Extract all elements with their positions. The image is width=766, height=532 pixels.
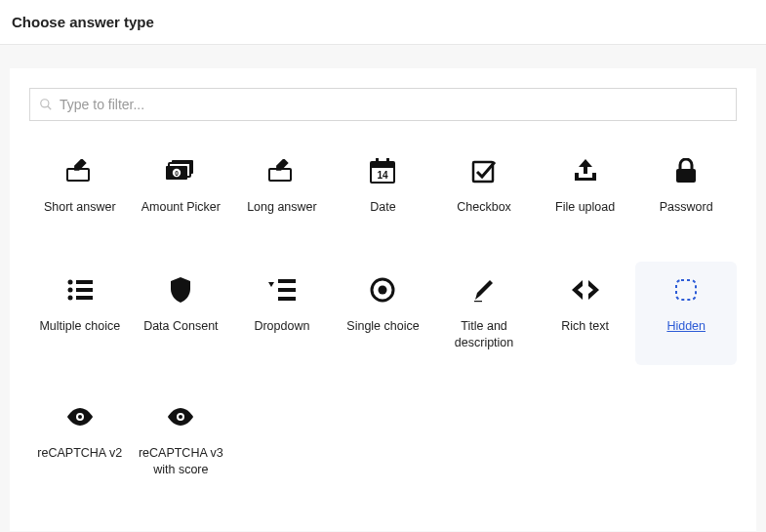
answer-type-title-desc[interactable]: Title and description: [433, 262, 535, 365]
svg-rect-17: [76, 280, 93, 284]
svg-rect-28: [676, 280, 696, 300]
eye-icon: [164, 400, 197, 433]
svg-rect-27: [474, 301, 482, 302]
svg-point-0: [41, 100, 49, 107]
answer-type-label: Rich text: [561, 318, 609, 335]
svg-point-26: [379, 286, 387, 295]
pen-icon: [467, 273, 501, 307]
filter-wrapper: [29, 88, 737, 121]
code-angle-icon: [569, 273, 602, 307]
svg-rect-11: [376, 158, 379, 164]
answer-type-single-choice[interactable]: Single choice: [333, 262, 434, 365]
answer-type-label: Data Consent: [143, 318, 218, 335]
answer-type-recaptcha-v2[interactable]: reCAPTCHA v2: [29, 389, 131, 492]
answer-type-label: Single choice: [346, 318, 419, 335]
svg-rect-8: [269, 169, 291, 181]
upload-icon: [569, 154, 602, 187]
dropdown-list-icon: [265, 273, 299, 307]
svg-rect-22: [278, 279, 296, 283]
svg-point-18: [67, 288, 72, 293]
svg-rect-10: [371, 162, 394, 168]
answer-type-label: Date: [370, 199, 395, 216]
answer-type-label: Amount Picker: [141, 199, 221, 216]
answer-type-long-answer[interactable]: Long answer: [231, 143, 333, 238]
svg-point-30: [78, 415, 82, 419]
eye-icon: [63, 400, 97, 433]
answer-type-label: Long answer: [247, 199, 317, 216]
answer-type-label: reCAPTCHA v3 with score: [137, 445, 226, 478]
svg-rect-21: [76, 296, 93, 300]
svg-rect-12: [386, 158, 389, 164]
answer-type-recaptcha-v3[interactable]: reCAPTCHA v3 with score: [131, 389, 232, 492]
answer-type-amount-picker[interactable]: 0 Amount Picker: [131, 143, 232, 238]
answer-type-label: Password: [660, 199, 713, 216]
search-icon: [39, 98, 53, 111]
svg-text:14: 14: [378, 170, 389, 181]
svg-rect-15: [676, 169, 696, 183]
answer-type-label: Checkbox: [457, 199, 511, 216]
radio-dot-icon: [366, 273, 399, 307]
answer-type-grid: Short answer 0 Amount Picker Long answer…: [29, 143, 737, 492]
answer-type-label: Hidden: [666, 318, 706, 335]
lock-icon: [669, 154, 703, 187]
answer-type-password[interactable]: Password: [635, 143, 737, 238]
pencil-box-icon: [265, 154, 299, 187]
answer-type-label: Short answer: [44, 199, 116, 216]
svg-rect-24: [278, 297, 296, 301]
svg-point-16: [67, 280, 72, 285]
answer-type-label: Title and description: [439, 318, 529, 351]
svg-point-32: [179, 415, 182, 419]
checkbox-icon: [467, 154, 501, 187]
svg-line-1: [48, 106, 52, 110]
svg-point-20: [67, 296, 72, 301]
answer-type-label: Dropdown: [254, 318, 309, 335]
pencil-box-icon: [63, 154, 97, 187]
svg-text:0: 0: [176, 170, 180, 177]
answer-type-data-consent[interactable]: Data Consent: [131, 262, 232, 365]
money-stack-icon: 0: [164, 154, 197, 187]
answer-type-label: File upload: [555, 199, 615, 216]
answer-type-file-upload[interactable]: File upload: [535, 143, 636, 238]
svg-rect-23: [278, 288, 296, 292]
svg-rect-14: [473, 162, 493, 182]
filter-input[interactable]: [29, 88, 737, 121]
dialog-header: Choose answer type: [0, 0, 766, 45]
answer-type-label: Multiple choice: [39, 318, 120, 335]
bullet-list-icon: [63, 273, 97, 307]
svg-rect-19: [76, 288, 93, 292]
dialog-body: Short answer 0 Amount Picker Long answer…: [0, 45, 766, 532]
answer-type-dropdown[interactable]: Dropdown: [231, 262, 333, 365]
svg-rect-2: [67, 169, 89, 181]
dialog-title: Choose answer type: [12, 14, 754, 30]
answer-type-multiple-choice[interactable]: Multiple choice: [29, 262, 131, 365]
calendar-icon: 14: [366, 154, 399, 187]
answer-type-hidden[interactable]: Hidden: [635, 262, 737, 365]
answer-type-short-answer[interactable]: Short answer: [29, 143, 131, 238]
panel: Short answer 0 Amount Picker Long answer…: [10, 68, 756, 531]
answer-type-rich-text[interactable]: Rich text: [535, 262, 636, 365]
answer-type-label: reCAPTCHA v2: [37, 445, 122, 462]
answer-type-checkbox[interactable]: Checkbox: [433, 143, 535, 238]
shield-icon: [164, 273, 197, 307]
dashed-square-icon: [669, 273, 703, 307]
answer-type-date[interactable]: 14 Date: [333, 143, 434, 238]
